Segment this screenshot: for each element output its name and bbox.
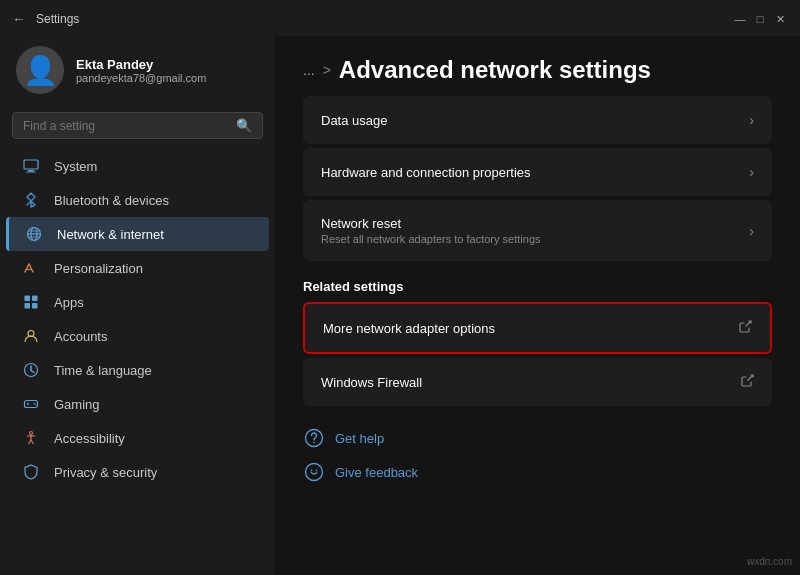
- setting-card-data-usage[interactable]: Data usage›: [303, 96, 772, 144]
- svg-point-20: [33, 403, 34, 404]
- personalization-icon: [22, 259, 40, 277]
- setting-title-hardware-connection: Hardware and connection properties: [321, 165, 531, 180]
- help-item-get-help[interactable]: Get help: [303, 424, 772, 452]
- user-profile[interactable]: 👤 Ekta Pandey pandeyekta78@gmail.com: [0, 36, 275, 108]
- sidebar-item-accessibility[interactable]: Accessibility: [6, 421, 269, 455]
- sidebar-item-label-bluetooth: Bluetooth & devices: [54, 193, 169, 208]
- sidebar-item-label-system: System: [54, 159, 97, 174]
- sidebar-item-label-gaming: Gaming: [54, 397, 100, 412]
- sidebar-item-label-personalization: Personalization: [54, 261, 143, 276]
- bluetooth-icon: [22, 191, 40, 209]
- accessibility-icon: [22, 429, 40, 447]
- apps-icon: [22, 293, 40, 311]
- svg-rect-0: [24, 160, 38, 169]
- window-controls: — □ ✕: [732, 13, 788, 25]
- sidebar-item-bluetooth[interactable]: Bluetooth & devices: [6, 183, 269, 217]
- privacy-icon: [22, 463, 40, 481]
- svg-line-16: [31, 371, 34, 373]
- sidebar-item-network[interactable]: Network & internet: [6, 217, 269, 251]
- search-box: 🔍: [12, 112, 263, 139]
- svg-rect-9: [25, 296, 31, 302]
- svg-point-28: [313, 442, 315, 444]
- sidebar-item-label-apps: Apps: [54, 295, 84, 310]
- sidebar-item-label-accounts: Accounts: [54, 329, 107, 344]
- chevron-right-icon: ›: [749, 112, 754, 128]
- title-bar-left: ← Settings: [12, 11, 79, 27]
- setting-desc-network-reset: Reset all network adapters to factory se…: [321, 233, 541, 245]
- chevron-right-icon: ›: [749, 223, 754, 239]
- gaming-icon: [22, 395, 40, 413]
- give-feedback-label[interactable]: Give feedback: [335, 465, 418, 480]
- svg-rect-1: [28, 170, 34, 172]
- setting-card-hardware-connection[interactable]: Hardware and connection properties›: [303, 148, 772, 196]
- maximize-button[interactable]: □: [752, 13, 768, 25]
- related-card-windows-firewall[interactable]: Windows Firewall: [303, 358, 772, 406]
- help-section: Get helpGive feedback: [303, 424, 772, 486]
- minimize-button[interactable]: —: [732, 13, 748, 25]
- svg-line-25: [29, 440, 32, 444]
- setting-title-data-usage: Data usage: [321, 113, 388, 128]
- watermark: wxdn.com: [747, 556, 792, 567]
- sidebar-item-gaming[interactable]: Gaming: [6, 387, 269, 421]
- breadcrumb: ... > Advanced network settings: [303, 56, 772, 84]
- sidebar-item-label-time: Time & language: [54, 363, 152, 378]
- setting-card-network-reset[interactable]: Network resetReset all network adapters …: [303, 200, 772, 261]
- back-button[interactable]: ←: [12, 11, 26, 27]
- network-icon: [25, 225, 43, 243]
- help-item-give-feedback[interactable]: Give feedback: [303, 458, 772, 486]
- sidebar-item-personalization[interactable]: Personalization: [6, 251, 269, 285]
- chevron-right-icon: ›: [749, 164, 754, 180]
- svg-rect-11: [25, 303, 31, 309]
- external-link-icon: [741, 374, 754, 390]
- settings-list: Data usage›Hardware and connection prope…: [303, 96, 772, 261]
- related-card-more-network[interactable]: More network adapter options: [303, 302, 772, 354]
- related-title-more-network: More network adapter options: [323, 321, 495, 336]
- get-help-label[interactable]: Get help: [335, 431, 384, 446]
- nav-list: SystemBluetooth & devicesNetwork & inter…: [0, 149, 275, 489]
- svg-rect-10: [32, 296, 38, 302]
- sidebar-item-label-network: Network & internet: [57, 227, 164, 242]
- related-settings-label: Related settings: [303, 279, 772, 294]
- avatar-icon: 👤: [23, 54, 58, 87]
- sidebar-item-apps[interactable]: Apps: [6, 285, 269, 319]
- user-info: Ekta Pandey pandeyekta78@gmail.com: [76, 57, 206, 84]
- related-title-windows-firewall: Windows Firewall: [321, 375, 422, 390]
- svg-rect-2: [26, 172, 36, 173]
- sidebar: 👤 Ekta Pandey pandeyekta78@gmail.com 🔍 S…: [0, 36, 275, 575]
- breadcrumb-dots[interactable]: ...: [303, 62, 315, 78]
- sidebar-item-label-accessibility: Accessibility: [54, 431, 125, 446]
- related-list: More network adapter optionsWindows Fire…: [303, 302, 772, 406]
- search-input[interactable]: [23, 119, 228, 133]
- get-help-icon: [303, 427, 325, 449]
- svg-point-30: [311, 469, 313, 471]
- svg-line-26: [31, 440, 34, 444]
- title-bar: ← Settings — □ ✕: [0, 0, 800, 36]
- user-name: Ekta Pandey: [76, 57, 206, 72]
- user-email: pandeyekta78@gmail.com: [76, 72, 206, 84]
- search-icon: 🔍: [236, 118, 252, 133]
- sidebar-item-time[interactable]: Time & language: [6, 353, 269, 387]
- sidebar-item-privacy[interactable]: Privacy & security: [6, 455, 269, 489]
- app-title: Settings: [36, 12, 79, 26]
- close-button[interactable]: ✕: [772, 13, 788, 25]
- sidebar-item-label-privacy: Privacy & security: [54, 465, 157, 480]
- content-area: ... > Advanced network settings Data usa…: [275, 36, 800, 575]
- main-layout: 👤 Ekta Pandey pandeyekta78@gmail.com 🔍 S…: [0, 36, 800, 575]
- accounts-icon: [22, 327, 40, 345]
- breadcrumb-sep: >: [323, 62, 331, 78]
- setting-title-network-reset: Network reset: [321, 216, 541, 231]
- svg-point-31: [316, 469, 318, 471]
- system-icon: [22, 157, 40, 175]
- search-container: 🔍: [0, 108, 275, 149]
- external-link-icon: [739, 320, 752, 336]
- svg-point-21: [35, 404, 36, 405]
- sidebar-item-system[interactable]: System: [6, 149, 269, 183]
- svg-point-22: [30, 432, 33, 435]
- svg-point-29: [306, 464, 323, 481]
- page-title: Advanced network settings: [339, 56, 651, 84]
- svg-rect-12: [32, 303, 38, 309]
- give-feedback-icon: [303, 461, 325, 483]
- avatar: 👤: [16, 46, 64, 94]
- sidebar-item-accounts[interactable]: Accounts: [6, 319, 269, 353]
- time-icon: [22, 361, 40, 379]
